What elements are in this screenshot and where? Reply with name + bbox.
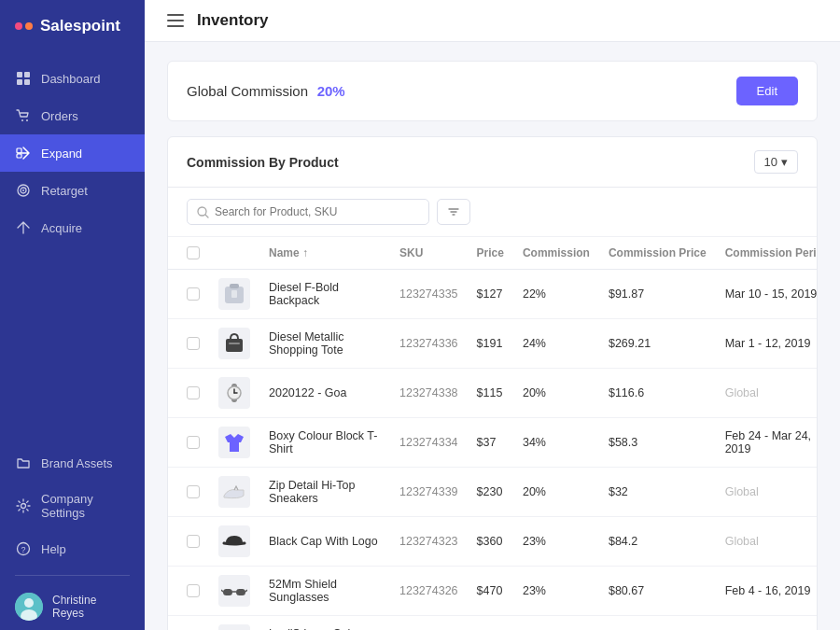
sidebar-item-orders[interactable]: Orders [0,97,145,134]
gc-label-group: Global Commission 20% [187,83,345,99]
row-thumb-cell [209,270,259,319]
topbar: Inventory [145,0,840,42]
row-commission: 20% [513,369,599,418]
table-row: 2020122 - Goa 123274338 $115 20% $116.6 … [168,369,818,418]
row-sku: 123274378 [390,616,468,631]
row-commission-period: Global [716,517,818,567]
svg-rect-0 [17,72,22,77]
hamburger-menu[interactable] [167,14,184,27]
row-commission: 22% [513,270,599,319]
svg-rect-31 [223,589,232,595]
row-checkbox-cell [168,517,209,567]
row-price: $115 [468,369,513,418]
sidebar-item-label: Expand [41,147,82,161]
row-commission-price: $84.2 [599,517,716,567]
row-price: $191 [468,319,513,369]
product-thumbnail [218,525,250,557]
row-checkbox[interactable] [187,337,200,350]
chevron-down-icon: ▾ [781,155,788,169]
sidebar-item-acquire[interactable]: Acquire [0,209,145,246]
row-checkbox[interactable] [187,386,200,399]
sidebar-item-label: Orders [41,109,78,123]
acquire-icon [15,219,32,236]
gc-label: Global Commission [187,83,308,99]
sidebar-item-retarget[interactable]: Retarget [0,172,145,209]
product-thumbnail [218,624,250,630]
row-sku: 123274338 [390,369,468,418]
svg-text:?: ? [21,545,26,554]
main-content: Inventory Global Commission 20% Edit Com… [145,0,840,630]
row-checkbox[interactable] [187,485,200,498]
page-title: Inventory [197,11,269,30]
card-header: Commission By Product 10 ▾ [168,137,817,188]
svg-rect-1 [24,72,30,77]
col-image [209,237,259,270]
product-thumbnail [218,476,250,508]
svg-point-15 [24,598,34,608]
table-row: Black Cap With Logo 123274323 $360 23% $… [168,517,818,567]
hamburger-line [167,20,184,21]
row-commission-period: Global [716,468,818,517]
row-thumb-cell [209,369,259,418]
svg-rect-32 [236,589,245,595]
col-commission-price: Commission Price [599,237,716,270]
sidebar-nav: Dashboard Orders Expand [0,52,145,630]
edit-button[interactable]: Edit [736,77,798,105]
svg-rect-26 [229,343,240,344]
row-commission-price: $58.3 [599,418,716,468]
sidebar-item-dashboard[interactable]: Dashboard [0,60,145,97]
svg-rect-24 [231,290,237,298]
sidebar-item-expand[interactable]: Expand [0,134,145,172]
select-all-checkbox[interactable] [187,246,200,259]
row-checkbox[interactable] [187,535,200,548]
product-thumbnail [218,377,250,409]
row-commission-price: $91.87 [599,270,716,319]
svg-point-4 [21,119,23,121]
row-sku: 123274323 [390,517,468,567]
commission-table-card: Commission By Product 10 ▾ [167,136,818,630]
sidebar-item-label: Dashboard [41,72,101,86]
per-page-select[interactable]: 10 ▾ [754,150,798,174]
row-commission-price: $32 [599,468,716,517]
row-sku: 123274335 [390,270,468,319]
row-checkbox[interactable] [187,287,200,301]
sidebar-item-label: Brand Assets [41,456,113,470]
row-name: Boxy Colour Block T-Shirt [259,418,390,468]
filter-button[interactable] [437,199,470,225]
row-checkbox[interactable] [187,584,200,597]
row-commission: 24% [513,319,599,369]
row-checkbox-cell [168,319,209,369]
sidebar: Salespoint Dashboard Orde [0,0,145,630]
row-thumb-cell [209,468,259,517]
row-name: Levi'S Logo Colour-Block T-shirt [259,616,390,631]
sidebar-item-label: Company Settings [41,492,130,520]
sidebar-item-company-settings[interactable]: Company Settings [0,482,145,530]
sidebar-item-brand-assets[interactable]: Brand Assets [0,444,145,482]
sidebar-item-label: Acquire [41,221,82,235]
row-price: $230 [468,468,513,517]
row-thumb-cell [209,319,259,369]
table-body: Diesel F-Bold Backpack 123274335 $127 22… [168,270,818,631]
row-commission: 20% [513,468,599,517]
row-checkbox[interactable] [187,436,200,449]
hamburger-line [167,25,184,27]
search-row [168,188,817,237]
row-commission-period: Feb 4 - 16, 2019 [716,567,818,616]
sidebar-user[interactable]: Christine Reyes [0,583,145,630]
row-sku: 123274334 [390,418,468,468]
sidebar-item-help[interactable]: ? Help [0,530,145,567]
svg-rect-7 [17,154,21,158]
row-checkbox-cell [168,468,209,517]
folder-icon [15,455,32,471]
search-input[interactable] [215,205,419,218]
table-row: 52Mm Shield Sunglasses 123274326 $470 23… [168,567,818,616]
svg-rect-3 [24,79,30,85]
row-commission-period: Feb 24 - Mar 24, 2019 [716,418,818,468]
row-commission-period: Jan 21 - 28, 2019 [716,616,818,631]
cart-icon [15,107,32,124]
product-thumbnail [218,278,250,310]
search-box[interactable] [187,199,429,225]
col-sku: SKU [390,237,468,270]
row-commission-price: $269.21 [599,319,716,369]
col-checkbox [168,237,209,270]
